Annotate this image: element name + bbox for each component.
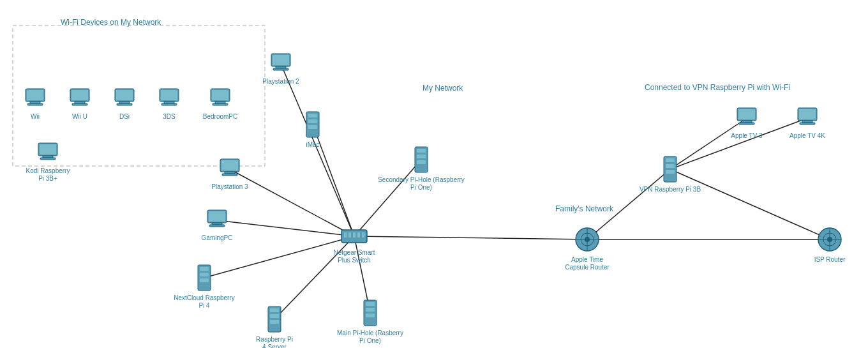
svg-rect-130 xyxy=(799,109,816,119)
svg-text:GamingPC: GamingPC xyxy=(202,234,233,241)
svg-rect-18 xyxy=(27,90,43,100)
svg-point-101 xyxy=(373,309,375,311)
node-dsi: DSi xyxy=(112,87,137,120)
svg-point-54 xyxy=(316,114,318,116)
svg-rect-65 xyxy=(209,211,225,222)
node-bedroompc: BedroomPC xyxy=(203,87,237,120)
node-gamingpc: GamingPC xyxy=(202,209,233,241)
svg-rect-47 xyxy=(273,68,288,70)
svg-text:DSi: DSi xyxy=(119,113,130,120)
node-atc_router: Apple TimeCapsule Router xyxy=(565,225,610,271)
svg-text:Playstation 2: Playstation 2 xyxy=(262,78,299,85)
svg-rect-77 xyxy=(353,232,355,238)
svg-text:Wii: Wii xyxy=(31,113,40,120)
svg-rect-37 xyxy=(213,103,228,105)
svg-point-119 xyxy=(673,159,675,161)
svg-line-6 xyxy=(204,236,354,278)
svg-rect-124 xyxy=(739,123,754,125)
network-diagram: Wii Wii U DSi 3DS BedroomPC Kodi Raspber… xyxy=(0,0,868,348)
svg-rect-53 xyxy=(308,125,317,129)
node-3ds: 3DS xyxy=(156,87,182,120)
svg-text:Apple TV 3: Apple TV 3 xyxy=(731,132,763,139)
node-wii: Wii xyxy=(22,87,48,120)
svg-rect-60 xyxy=(221,160,238,170)
node-kodi: Kodi RaspberryPi 3B+ xyxy=(26,142,70,182)
svg-rect-59 xyxy=(222,174,237,176)
svg-text:ISP Router: ISP Router xyxy=(814,256,846,263)
svg-rect-48 xyxy=(273,55,289,65)
svg-point-120 xyxy=(673,165,675,167)
svg-text:Raspberry Pi4 Server: Raspberry Pi4 Server xyxy=(256,336,293,348)
svg-rect-85 xyxy=(200,278,209,282)
svg-text:3DS: 3DS xyxy=(163,113,176,120)
svg-rect-70 xyxy=(417,160,426,164)
svg-text:Kodi RaspberryPi 3B+: Kodi RaspberryPi 3B+ xyxy=(26,167,70,182)
svg-text:Apple TV 4K: Apple TV 4K xyxy=(789,132,825,139)
svg-rect-76 xyxy=(348,232,351,238)
svg-rect-99 xyxy=(366,314,375,317)
my-network-label: My Network xyxy=(423,84,463,93)
svg-point-93 xyxy=(278,309,280,311)
svg-rect-42 xyxy=(40,158,56,160)
node-appletv3: Apple TV 3 xyxy=(731,107,763,139)
svg-rect-23 xyxy=(71,90,88,100)
svg-point-80 xyxy=(363,233,366,236)
svg-rect-78 xyxy=(357,232,360,238)
svg-text:VPN Raspberry Pi 3B: VPN Raspberry Pi 3B xyxy=(640,186,701,193)
svg-text:NextCloud RaspberryPi 4: NextCloud RaspberryPi 4 xyxy=(174,294,235,309)
svg-rect-38 xyxy=(212,90,228,100)
svg-line-1 xyxy=(281,64,354,236)
svg-line-3 xyxy=(230,169,354,236)
node-wii_u: Wii U xyxy=(67,87,93,120)
svg-text:Secondary Pi-Hole (RaspberryPi: Secondary Pi-Hole (RaspberryPi One) xyxy=(378,176,465,191)
svg-rect-129 xyxy=(800,123,815,125)
svg-point-55 xyxy=(316,121,318,123)
node-secondary_pihole: Secondary Pi-Hole (RaspberryPi One) xyxy=(378,146,465,191)
svg-rect-118 xyxy=(666,170,675,174)
svg-text:iMac: iMac xyxy=(306,141,319,148)
svg-point-86 xyxy=(207,268,209,269)
svg-text:Playstation 3: Playstation 3 xyxy=(211,183,248,190)
node-switch: Netgear SmartPlus Switch xyxy=(333,226,375,264)
svg-rect-33 xyxy=(161,90,177,100)
svg-point-87 xyxy=(207,274,209,276)
svg-text:Main Pi-Hole (RasberryPi One): Main Pi-Hole (RasberryPi One) xyxy=(337,329,403,344)
svg-rect-17 xyxy=(27,103,43,105)
svg-point-71 xyxy=(424,149,426,151)
svg-line-4 xyxy=(217,220,354,236)
svg-point-72 xyxy=(424,156,426,158)
svg-rect-75 xyxy=(344,232,347,238)
svg-rect-32 xyxy=(161,103,177,105)
svg-rect-27 xyxy=(117,103,132,105)
svg-rect-64 xyxy=(209,225,225,227)
family-network-label: Family's Network xyxy=(555,204,613,213)
node-playstation3: Playstation 3 xyxy=(211,158,248,190)
node-playstation2: Playstation 2 xyxy=(262,52,299,85)
node-nextcloud: NextCloud RaspberryPi 4 xyxy=(174,264,235,309)
vpn-note-label: Connected to VPN Raspberry Pi with Wi-Fi xyxy=(645,83,790,92)
svg-rect-92 xyxy=(270,320,279,324)
svg-point-100 xyxy=(373,303,375,305)
svg-rect-22 xyxy=(72,103,87,105)
svg-rect-28 xyxy=(116,90,133,100)
node-isp_router: ISP Router xyxy=(814,225,846,263)
svg-point-94 xyxy=(278,315,280,317)
node-main_pihole: Main Pi-Hole (RasberryPi One) xyxy=(337,299,403,344)
wifi-section-label: Wi-Fi Devices on My Network xyxy=(61,18,161,27)
svg-line-9 xyxy=(354,236,587,239)
svg-text:Apple TimeCapsule Router: Apple TimeCapsule Router xyxy=(565,256,610,271)
svg-rect-125 xyxy=(738,109,755,119)
svg-line-14 xyxy=(670,169,830,239)
svg-text:Netgear SmartPlus Switch: Netgear SmartPlus Switch xyxy=(333,249,375,264)
svg-text:BedroomPC: BedroomPC xyxy=(203,113,237,120)
node-raspi4server: Raspberry Pi4 Server xyxy=(256,305,293,348)
svg-text:Wii U: Wii U xyxy=(72,113,87,120)
svg-rect-43 xyxy=(40,144,56,155)
node-appletv4k: Apple TV 4K xyxy=(789,107,825,139)
